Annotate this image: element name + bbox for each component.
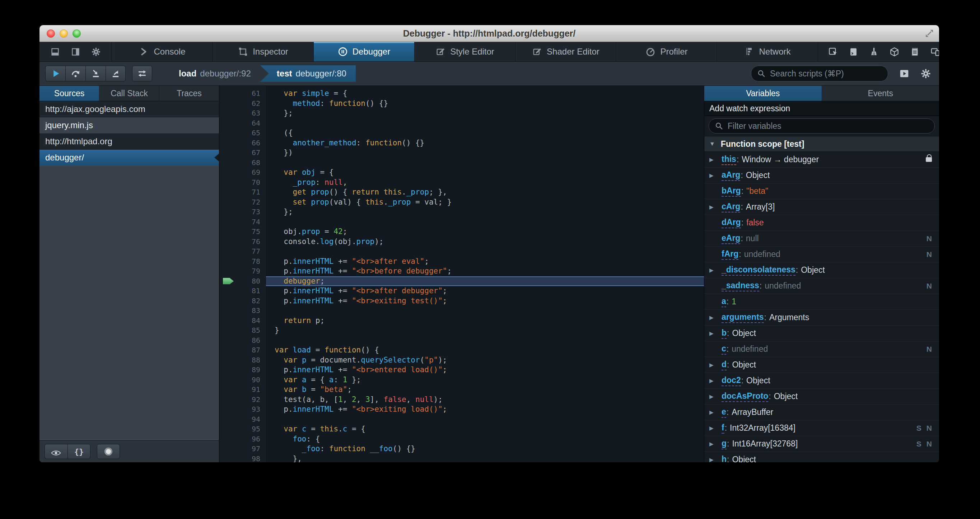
line-number[interactable]: 81 (220, 286, 266, 296)
line-number[interactable]: 85 (220, 326, 266, 336)
code-line-82[interactable]: 82 p.innerHTML += "<br>exiting test()"; (220, 296, 704, 306)
variable-name[interactable]: cArg (722, 202, 740, 212)
variable-row[interactable]: ▶cArg:Array[3] (704, 199, 939, 215)
variable-value[interactable]: Int16Array[32768] (732, 439, 798, 449)
search-scripts-input[interactable] (769, 68, 888, 79)
line-number[interactable]: 79 (220, 266, 266, 276)
expand-arrow-icon[interactable]: ▶ (710, 457, 722, 463)
code-line-72[interactable]: 72 set prop(val) { this._prop = val; } (220, 197, 704, 207)
line-number[interactable]: 61 (220, 89, 266, 99)
code-line-67[interactable]: 67 }) (220, 148, 704, 158)
variable-value[interactable]: Object (732, 360, 756, 370)
variable-name[interactable]: a (722, 296, 726, 307)
variable-name[interactable]: h (722, 454, 727, 463)
variable-row[interactable]: ▶b:Object (704, 326, 939, 341)
line-number[interactable]: 83 (220, 306, 266, 316)
line-number[interactable]: 92 (220, 395, 266, 405)
variable-name[interactable]: b (722, 328, 727, 339)
tab-network[interactable]: Network (717, 42, 818, 61)
tab-console[interactable]: Console (112, 42, 213, 61)
code-line-94[interactable]: 94 (220, 415, 704, 425)
variable-row[interactable]: ▶aArg:Object (704, 168, 939, 183)
code-line-61[interactable]: 61 var simple = { (220, 89, 704, 99)
line-number[interactable]: 69 (220, 168, 266, 178)
variable-name[interactable]: bArg (722, 186, 741, 197)
code-line-74[interactable]: 74 (220, 217, 704, 227)
zoom-button[interactable] (73, 29, 81, 38)
expand-arrow-icon[interactable]: ▶ (710, 156, 722, 163)
code-line-92[interactable]: 92 test(a, b, [1, 2, 3], false, null); (220, 395, 704, 405)
variable-row[interactable]: ▶d:Object (704, 357, 939, 373)
variable-value[interactable]: Object (746, 376, 770, 385)
line-number[interactable]: 97 (220, 444, 266, 454)
filter-variables-input[interactable] (727, 121, 934, 131)
variable-value[interactable]: false (746, 218, 764, 228)
line-number[interactable]: 82 (220, 296, 266, 306)
line-number[interactable]: 78 (220, 256, 266, 267)
paint-flashing-icon[interactable] (869, 47, 879, 57)
code-line-95[interactable]: 95 var c = this.c = { (220, 424, 704, 434)
line-number[interactable]: 86 (220, 336, 266, 345)
step-over-button[interactable] (65, 66, 86, 81)
scope-header[interactable]: ▼ Function scope [test] (704, 136, 939, 152)
step-out-button[interactable] (105, 66, 126, 81)
variable-row[interactable]: ▶arguments:Arguments (704, 310, 939, 326)
code-line-64[interactable]: 64 (220, 118, 704, 129)
line-number[interactable]: 68 (220, 158, 266, 168)
variable-name[interactable]: e (722, 407, 726, 418)
code-line-81[interactable]: 81 p.innerHTML += "<br>after debugger"; (220, 286, 704, 296)
source-editor[interactable]: 61 var simple = {62 method: function() {… (220, 86, 704, 462)
variable-value[interactable]: Array[3] (746, 202, 775, 212)
variable-name[interactable]: doc2 (722, 376, 741, 386)
pause-on-exceptions-button[interactable] (97, 444, 120, 459)
expand-arrow-icon[interactable]: ▶ (710, 330, 722, 337)
line-number[interactable]: 76 (220, 237, 266, 247)
variable-value[interactable]: null (746, 234, 759, 244)
code-line-83[interactable]: 83 (220, 306, 704, 316)
variable-row[interactable]: ▶docAsProto:Object (704, 389, 939, 404)
line-number[interactable]: 94 (220, 415, 266, 425)
close-button[interactable] (47, 29, 55, 38)
variable-value[interactable]: Window → debugger (741, 155, 819, 164)
tab-style-editor[interactable]: Style Editor (415, 42, 515, 61)
variable-name[interactable]: g (722, 439, 727, 449)
expand-arrow-icon[interactable]: ▶ (710, 393, 722, 400)
code-line-98[interactable]: 98 }, (220, 454, 704, 463)
variable-name[interactable]: this (722, 154, 736, 165)
pretty-print-toggle-button[interactable] (45, 444, 67, 459)
code-line-76[interactable]: 76 console.log(obj.prop); (220, 237, 704, 247)
variable-row[interactable]: ▶f:Int32Array[16384]SN (704, 420, 939, 436)
line-number[interactable]: 95 (220, 424, 266, 434)
variable-value[interactable]: undefined (744, 250, 780, 259)
line-number[interactable]: 88 (220, 355, 266, 365)
variable-name[interactable]: dArg (722, 218, 741, 228)
variable-name[interactable]: _disconsolateness (722, 265, 795, 275)
line-number[interactable]: 87 (220, 345, 266, 355)
code-line-97[interactable]: 97 _foo: function __foo() {} (220, 444, 704, 454)
code-line-70[interactable]: 70 _prop: null, (220, 178, 704, 188)
resume-button[interactable] (45, 66, 65, 81)
code-line-79[interactable]: 79 p.innerHTML += "<br>before debugger"; (220, 266, 704, 276)
expand-arrow-icon[interactable]: ▶ (710, 314, 722, 321)
code-line-90[interactable]: 90 var a = { a: 1 }; (220, 375, 704, 385)
code-line-86[interactable]: 86 (220, 336, 704, 345)
line-number[interactable]: 75 (220, 227, 266, 237)
line-number[interactable]: 73 (220, 207, 266, 217)
variable-name[interactable]: f (722, 423, 724, 433)
variable-row[interactable]: eArg:nullN (704, 231, 939, 247)
code-line-87[interactable]: 87var load = function() { (220, 345, 704, 355)
tab-shader-editor[interactable]: Shader Editor (515, 42, 616, 61)
line-number[interactable]: 84 (220, 316, 266, 326)
variable-name[interactable]: fArg (722, 249, 738, 260)
line-number[interactable]: 64 (220, 118, 266, 129)
line-number[interactable]: 98 (220, 454, 266, 463)
line-number[interactable]: 91 (220, 385, 266, 395)
code-line-62[interactable]: 62 method: function() {} (220, 99, 704, 109)
variable-value[interactable]: Int32Array[16384] (730, 423, 795, 433)
tilt-3d-icon[interactable] (889, 47, 899, 57)
code-line-65[interactable]: 65 ({ (220, 128, 704, 138)
line-number[interactable]: 71 (220, 187, 266, 197)
variable-name[interactable]: _sadness (722, 281, 759, 291)
code-line-88[interactable]: 88 var p = document.querySelector("p"); (220, 355, 704, 365)
toolbox-options-gear-icon[interactable] (91, 47, 101, 57)
